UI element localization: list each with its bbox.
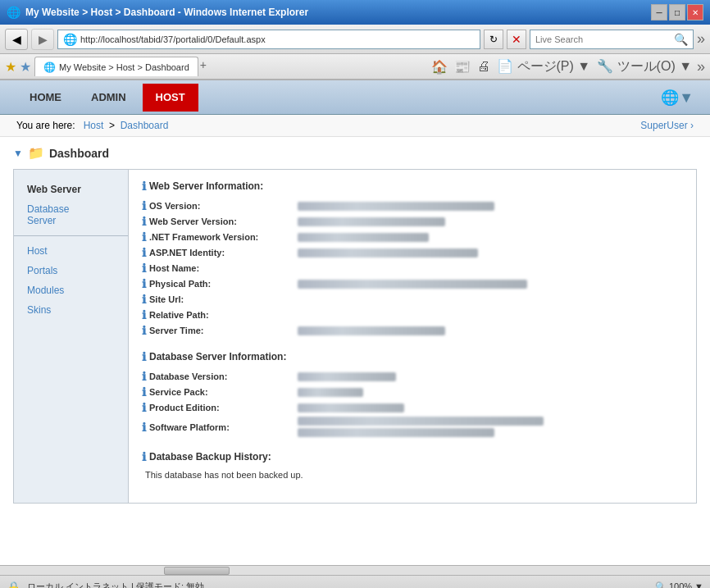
close-button[interactable]: ✕ — [687, 4, 703, 21]
new-tab-button[interactable]: + — [200, 58, 216, 75]
back-button[interactable]: ◀ — [5, 29, 28, 50]
siteurl-info-icon: ℹ — [142, 293, 146, 306]
info-row-edition: ℹ Product Edition: — [142, 401, 683, 414]
sidebar-item-portals[interactable]: Portals — [14, 261, 128, 280]
dbversion-info-icon: ℹ — [142, 370, 146, 383]
info-value-servicepack — [298, 388, 363, 397]
breadcrumb-bar: You are here: Host > Dashboard SuperUser… — [0, 115, 710, 137]
scrollbar-thumb[interactable] — [164, 567, 230, 575]
info-value-platform2 — [298, 428, 494, 437]
refresh-button[interactable]: ↻ — [484, 30, 503, 49]
sidebar-item-host[interactable]: Host — [14, 241, 128, 261]
sidebar-divider — [14, 235, 128, 236]
sidebar-item-modules[interactable]: Modules — [14, 280, 128, 300]
site-nav: HOME ADMIN HOST 🌐▼ — [0, 80, 710, 115]
address-bar: 🌐 http://localhost/tabid/37/portalid/0/D… — [57, 30, 480, 49]
breadcrumb-current-link[interactable]: Dashboard — [121, 120, 169, 131]
info-label-servertime: ℹ Server Time: — [142, 324, 298, 337]
dashboard-section: ▼ 📁 Dashboard Web Server DatabaseServer … — [0, 137, 710, 512]
webserver-info-title: ℹ Web Server Information: — [142, 180, 683, 193]
breadcrumb-host-link[interactable]: Host — [84, 120, 104, 131]
tools-button[interactable]: 🔧 ツール(O) ▼ — [595, 57, 694, 77]
tab-toolbar: ★ ★ 🌐 My Website > Host > Dashboard + 🏠 … — [0, 54, 710, 80]
os-info-icon: ℹ — [142, 199, 146, 212]
search-box: 🔍 — [530, 30, 694, 49]
folder-icon: 📁 — [28, 145, 44, 161]
stop-button[interactable]: ✕ — [507, 30, 526, 49]
favorites-star2[interactable]: ★ — [20, 59, 31, 75]
status-zoom[interactable]: 🔍 100% ▼ — [655, 581, 703, 588]
print-button[interactable]: 🖨 — [476, 57, 492, 75]
backup-message: This database has not been backed up. — [142, 470, 683, 480]
dashboard-title: Dashboard — [49, 147, 109, 160]
info-row-aspnet: ℹ ASP.NET Identity: — [142, 246, 683, 259]
info-value-dbversion — [298, 372, 396, 381]
info-label-servicepack: ℹ Service Pack: — [142, 385, 298, 399]
info-label-platform: ℹ Software Platform: — [142, 421, 298, 434]
info-label-siteurl: ℹ Site Url: — [142, 293, 298, 306]
page-favicon: 🌐 — [63, 33, 77, 46]
nav-host[interactable]: HOST — [143, 84, 198, 112]
horizontal-scrollbar[interactable] — [0, 565, 710, 575]
nav-globe-icon[interactable]: 🌐▼ — [661, 89, 694, 107]
page-button[interactable]: 📄 ページ(P) ▼ — [495, 57, 592, 77]
info-value-aspnet — [298, 248, 478, 258]
info-row-dbversion: ℹ Database Version: — [142, 370, 683, 383]
nav-admin[interactable]: ADMIN — [78, 84, 139, 112]
info-label-webserver: ℹ Web Server Version: — [142, 215, 298, 228]
info-value-dotnet — [298, 233, 429, 242]
info-row-platform: ℹ Software Platform: — [142, 417, 683, 437]
info-row-dotnet: ℹ .NET Framework Version: — [142, 230, 683, 244]
info-row-servicepack: ℹ Service Pack: — [142, 385, 683, 399]
dbserver-info-section: ℹ Database Server Information: ℹ Databas… — [142, 350, 683, 437]
edition-info-icon: ℹ — [142, 401, 146, 414]
ws-info-icon: ℹ — [142, 215, 146, 228]
platform-info-icon: ℹ — [142, 421, 146, 434]
backup-info-section: ℹ Database Backup History: This database… — [142, 450, 683, 480]
breadcrumb: You are here: Host > Dashboard — [16, 120, 168, 131]
info-value-webserver — [298, 217, 445, 226]
sidebar-item-skins[interactable]: Skins — [14, 300, 128, 320]
dotnet-info-icon: ℹ — [142, 230, 146, 244]
dashboard-header[interactable]: ▼ 📁 Dashboard — [13, 145, 697, 161]
main-info-area: ℹ Web Server Information: ℹ OS Version: — [129, 170, 696, 503]
webserver-info-section: ℹ Web Server Information: ℹ OS Version: — [142, 180, 683, 337]
info-row-hostname: ℹ Host Name: — [142, 262, 683, 275]
superuser-link[interactable]: SuperUser › — [640, 120, 694, 131]
servertime-info-icon: ℹ — [142, 324, 146, 337]
info-label-os: ℹ OS Version: — [142, 199, 298, 212]
servicepack-info-icon: ℹ — [142, 385, 146, 399]
platform-values — [298, 417, 544, 437]
backup-info-title: ℹ Database Backup History: — [142, 450, 683, 463]
rss-button[interactable]: 📰 — [453, 57, 472, 76]
aspnet-info-icon: ℹ — [142, 246, 146, 259]
info-row-siteurl: ℹ Site Url: — [142, 293, 683, 306]
search-input[interactable] — [535, 34, 674, 44]
info-value-platform1 — [298, 417, 544, 426]
address-toolbar: ◀ ▶ 🌐 http://localhost/tabid/37/portalid… — [0, 25, 710, 54]
titlebar-icon: 🌐 — [7, 6, 20, 19]
info-row-servertime: ℹ Server Time: — [142, 324, 683, 337]
physpath-info-icon: ℹ — [142, 277, 146, 290]
webserver-info-icon: ℹ — [142, 180, 146, 193]
window-controls: ─ □ ✕ — [651, 4, 703, 21]
search-button[interactable]: 🔍 — [674, 33, 688, 46]
browser-toolbar-buttons: 🏠 📰 🖨 📄 ページ(P) ▼ 🔧 ツール(O) ▼ » — [430, 57, 705, 77]
info-value-physpath — [298, 280, 527, 289]
dashboard-panel: Web Server DatabaseServer Host Portals M… — [13, 169, 697, 504]
favorites-star1[interactable]: ★ — [5, 59, 16, 75]
toolbar2-expand[interactable]: » — [697, 58, 705, 75]
address-text: http://localhost/tabid/37/portalid/0/Def… — [80, 34, 475, 44]
sidebar-item-dbserver[interactable]: DatabaseServer — [14, 199, 128, 230]
forward-button[interactable]: ▶ — [31, 29, 54, 50]
tab-main[interactable]: 🌐 My Website > Host > Dashboard — [34, 57, 198, 76]
toolbar-expand[interactable]: » — [697, 30, 705, 48]
maximize-button[interactable]: □ — [669, 4, 685, 21]
home-toolbar-button[interactable]: 🏠 — [430, 57, 449, 76]
info-row-webserver: ℹ Web Server Version: — [142, 215, 683, 228]
sidebar-item-webserver[interactable]: Web Server — [14, 180, 128, 199]
info-label-dbversion: ℹ Database Version: — [142, 370, 298, 383]
nav-home[interactable]: HOME — [16, 84, 75, 112]
minimize-button[interactable]: ─ — [651, 4, 667, 21]
info-label-edition: ℹ Product Edition: — [142, 401, 298, 414]
